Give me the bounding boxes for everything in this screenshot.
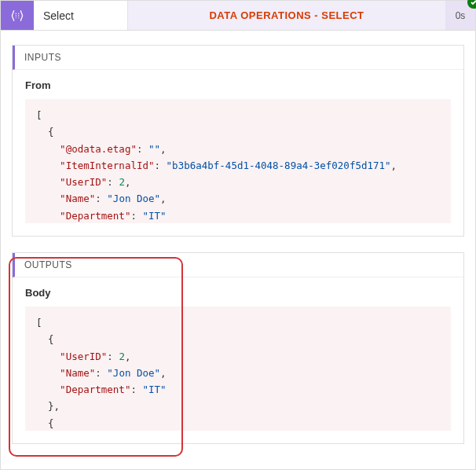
outputs-panel-title: OUTPUTS (13, 253, 463, 277)
action-name: Select (34, 1, 128, 30)
success-badge (467, 0, 476, 9)
operation-title: DATA OPERATIONS - SELECT (128, 1, 445, 30)
action-icon-box (1, 1, 34, 30)
outputs-field-label: Body (25, 287, 451, 299)
inputs-panel: INPUTS From [ { "@odata.etag": "", "Item… (12, 45, 464, 237)
inputs-panel-title: INPUTS (13, 46, 463, 70)
card-body: INPUTS From [ { "@odata.etag": "", "Item… (1, 31, 475, 468)
inputs-json-viewer[interactable]: [ { "@odata.etag": "", "ItemInternalId":… (25, 99, 451, 223)
duration-box: 0s (445, 1, 475, 30)
outputs-json-viewer[interactable]: [ { "UserID": 2, "Name": "Jon Doe", "Dep… (25, 307, 451, 431)
card-header[interactable]: Select DATA OPERATIONS - SELECT 0s (1, 1, 475, 31)
inputs-panel-body: From [ { "@odata.etag": "", "ItemInterna… (13, 70, 463, 236)
flow-run-step-card: Select DATA OPERATIONS - SELECT 0s INPUT… (0, 0, 476, 470)
outputs-panel-body: Body [ { "UserID": 2, "Name": "Jon Doe",… (13, 277, 463, 443)
data-operations-icon (9, 8, 25, 24)
duration-text: 0s (456, 10, 466, 21)
outputs-panel: OUTPUTS Body [ { "UserID": 2, "Name": "J… (12, 252, 464, 444)
inputs-field-label: From (25, 79, 451, 91)
check-icon (470, 0, 476, 6)
